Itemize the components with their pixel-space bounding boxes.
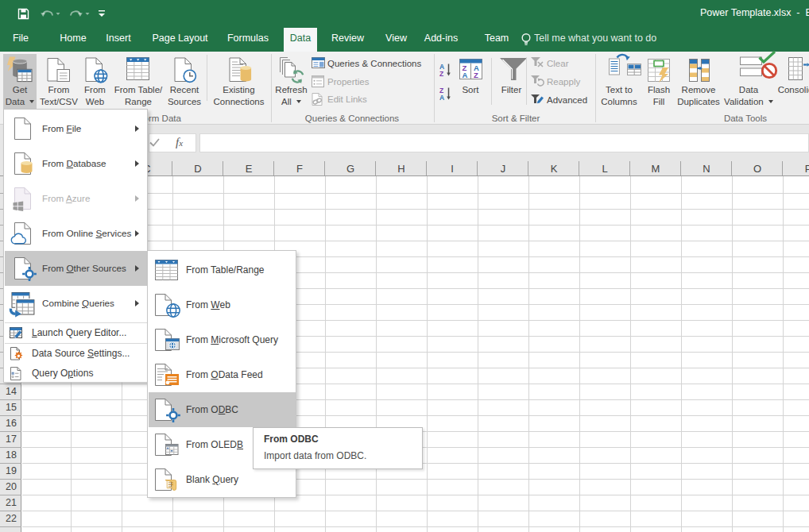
svg-text:A: A	[463, 71, 468, 79]
svg-text:A: A	[439, 94, 444, 102]
svg-text:Z: Z	[439, 70, 443, 78]
svg-text:Z: Z	[474, 71, 478, 79]
